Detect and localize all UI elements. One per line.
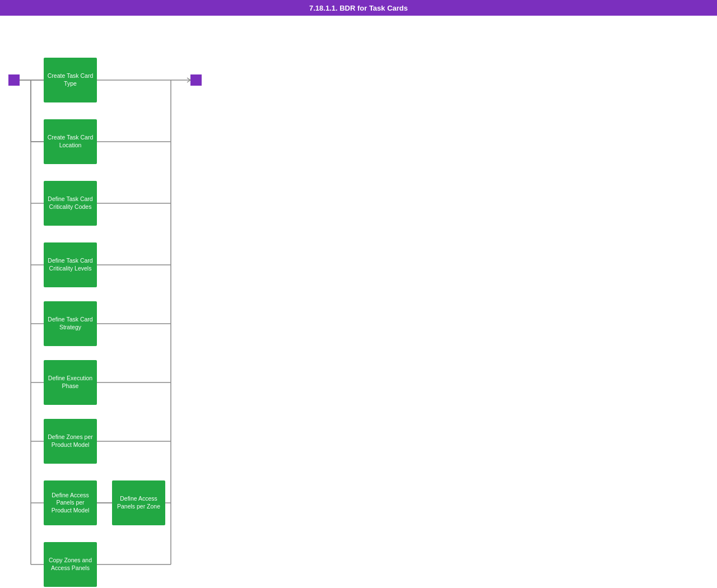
node-define-execution-phase[interactable]: Define Execution Phase xyxy=(44,360,97,405)
node-copy-zones-access-panels[interactable]: Copy Zones and Access Panels xyxy=(44,542,97,587)
diagram-container: Create Task Card Type Create Task Card L… xyxy=(0,16,717,588)
end-node xyxy=(190,74,202,86)
node-define-task-card-strategy[interactable]: Define Task Card Strategy xyxy=(44,301,97,346)
node-define-criticality-levels[interactable]: Define Task Card Criticality Levels xyxy=(44,242,97,287)
page-header: 7.18.1.1. BDR for Task Cards xyxy=(0,0,717,16)
start-node xyxy=(8,74,20,86)
node-define-zones-per-product-model[interactable]: Define Zones per Product Model xyxy=(44,419,97,464)
connectors-svg xyxy=(0,16,717,588)
node-create-task-location[interactable]: Create Task Card Location xyxy=(44,119,97,164)
node-define-access-panels-per-zone[interactable]: Define Access Panels per Zone xyxy=(112,480,165,525)
node-define-access-panels-product-model[interactable]: Define Access Panels per Product Model xyxy=(44,480,97,525)
node-define-criticality-codes[interactable]: Define Task Card Criticality Codes xyxy=(44,181,97,226)
page-title: 7.18.1.1. BDR for Task Cards xyxy=(309,4,408,12)
node-create-task-card-type[interactable]: Create Task Card Type xyxy=(44,58,97,102)
